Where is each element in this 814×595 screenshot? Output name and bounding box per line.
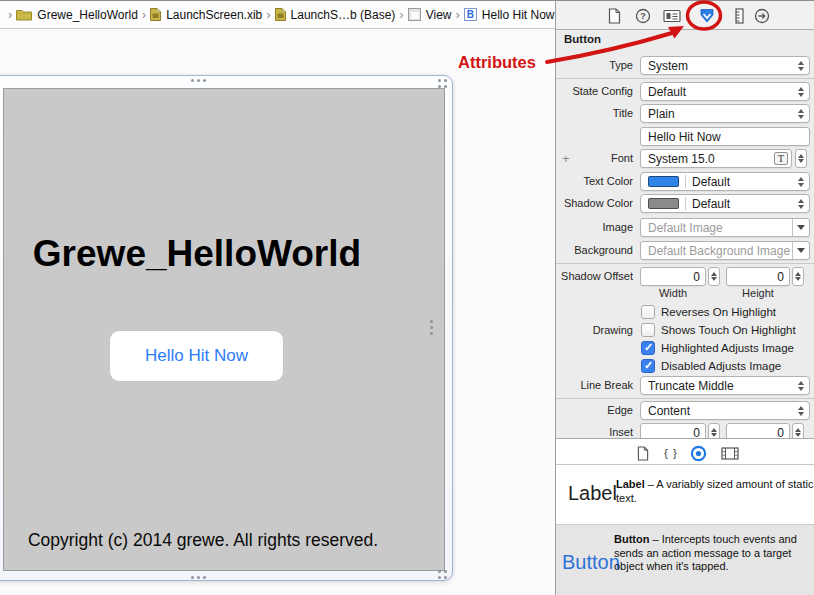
shadow-color-popup[interactable]: Default [640,194,810,213]
media-library-tab[interactable] [720,444,740,462]
attributes-inspector-tab[interactable] [697,7,717,25]
inset-stepper-1[interactable] [708,423,720,438]
resize-handle-top[interactable] [191,79,194,82]
title-text-field[interactable]: Hello Hit Now [640,127,810,146]
file-icon [637,446,649,461]
checkbox-label: Reverses On Highlight [661,306,776,318]
line-break-popup[interactable]: Truncate Middle [640,376,810,395]
title-label[interactable]: Grewe_HelloWorld [0,233,402,275]
object-library-tab[interactable] [688,444,708,462]
code-snippet-library-tab[interactable] [661,444,681,462]
popup-arrows-icon [798,381,804,391]
breadcrumb-project[interactable]: Grewe_HelloWorld [16,8,137,22]
disabled-adjusts-row: Disabled Adjusts Image [556,357,814,377]
font-picker-icon[interactable]: T [774,152,788,165]
popup-value: Default [692,175,730,189]
divider [556,398,814,399]
popup-arrows-icon [798,406,804,416]
library-item-description: Button – Intercepts touch events and sen… [614,533,814,574]
color-swatch[interactable] [648,198,679,209]
shadow-offset-width-stepper[interactable] [708,267,720,286]
object-library: Label Label – A variably sized amount of… [556,438,814,595]
popup-arrows-icon [798,177,804,187]
background-combo[interactable]: Default Background Image [640,241,810,260]
field-label: Edge [607,404,633,416]
root-view[interactable]: Grewe_HelloWorld Hello Hit Now Copyright… [3,88,445,571]
image-row: Image Default Image [556,218,814,238]
chevron-separator-icon [138,7,150,22]
shadow-offset-height-field[interactable]: 0 [726,267,790,286]
breadcrumb-localization[interactable]: LaunchS…b (Base) [275,8,396,22]
plus-icon[interactable]: + [562,151,570,166]
inset-stepper-2[interactable] [792,423,804,438]
identity-inspector-tab[interactable] [662,7,682,25]
title-popup[interactable]: Plain [640,104,810,123]
library-item-button[interactable]: Button Button – Intercepts touch events … [556,524,814,595]
breadcrumb-view[interactable]: View [408,8,452,22]
shadow-offset-width-field[interactable]: 0 [640,267,706,286]
breadcrumb-file[interactable]: LaunchScreen.xib [150,8,262,22]
connections-inspector-tab[interactable] [752,7,772,25]
checkbox-label: Highlighted Adjusts Image [661,342,794,354]
type-popup[interactable]: System [640,56,810,75]
svg-text:?: ? [640,10,646,21]
film-strip-icon [721,447,739,460]
popup-arrows-icon [798,199,804,209]
popup-arrows-icon [798,109,804,119]
jump-bar: Grewe_HelloWorld LaunchScreen.xib Launch… [0,0,555,29]
file-template-library-tab[interactable] [633,444,653,462]
shows-touch-checkbox[interactable] [641,323,655,337]
breadcrumb-button-object[interactable]: B Hello Hit Now [464,8,555,22]
inspector-section-header: Button [564,33,601,45]
size-inspector-tab[interactable] [730,7,750,25]
disabled-adjusts-checkbox[interactable] [641,359,655,373]
state-config-row: State Config Default [556,82,814,102]
shadow-offset-height-stepper[interactable] [792,267,804,286]
edge-row: Edge Content [556,401,814,421]
dropdown-arrow-icon[interactable] [792,242,809,259]
edge-popup[interactable]: Content [640,401,810,420]
image-combo[interactable]: Default Image [640,218,810,237]
resize-handle-right[interactable] [430,320,433,323]
state-config-popup[interactable]: Default [640,82,810,101]
color-swatch[interactable] [648,176,679,187]
view-icon [408,8,421,21]
button-object-icon: B [464,8,477,21]
hello-hit-now-button[interactable]: Hello Hit Now [110,331,283,381]
divider [685,197,686,210]
resize-handle-bottom-right[interactable] [438,570,441,573]
font-field[interactable]: System 15.0 T [640,149,792,168]
highlighted-adjusts-row: Highlighted Adjusts Image [556,339,814,359]
breadcrumb-label: View [426,8,452,22]
field-label: Inset [609,426,633,438]
inset-field-1[interactable]: 0 [640,423,706,438]
divider [556,263,814,264]
height-sub-label: Height [726,287,790,299]
library-item-label[interactable]: Label Label – A variably sized amount of… [556,466,814,523]
font-row: + Font System 15.0 T [556,149,814,169]
dropdown-arrow-icon[interactable] [792,219,809,236]
popup-arrows-icon [798,61,804,71]
resize-handle-top-right[interactable] [438,79,441,82]
shadow-color-row: Shadow Color Default [556,194,814,214]
resize-handle-bottom[interactable] [191,576,194,579]
inset-field-2[interactable]: 0 [726,423,790,438]
xib-file-icon [275,8,286,21]
launch-screen-window[interactable]: Grewe_HelloWorld Hello Hit Now Copyright… [0,75,453,581]
highlighted-adjusts-checkbox[interactable] [641,341,655,355]
field-value: 0 [693,426,700,439]
quick-help-inspector-tab[interactable]: ? [633,7,653,25]
chevron-separator-icon [395,7,407,22]
checkbox-label: Shows Touch On Highlight [661,324,796,336]
text-color-popup[interactable]: Default [640,172,810,191]
font-stepper[interactable] [795,149,807,168]
copyright-label[interactable]: Copyright (c) 2014 grewe. All rights res… [0,530,418,551]
breadcrumb-label: Grewe_HelloWorld [37,8,137,22]
file-inspector-tab[interactable] [604,7,624,25]
width-sub-label: Width [640,287,706,299]
reverses-checkbox[interactable] [641,305,655,319]
field-label: Image [602,221,633,233]
shadow-offset-row: Shadow Offset 0 0 [556,267,814,287]
connections-arrow-icon [754,8,770,24]
combo-value: Default Background Image [648,244,790,258]
